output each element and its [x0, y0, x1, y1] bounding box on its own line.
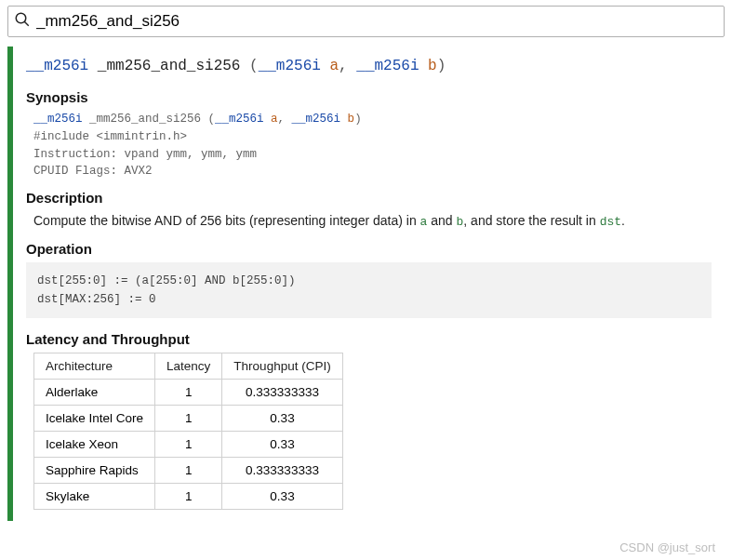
- table-row: Icelake Intel Core10.33: [34, 405, 343, 431]
- col-architecture: Architecture: [34, 353, 155, 379]
- cell-throughput: 0.33: [222, 405, 342, 431]
- cell-arch: Icelake Xeon: [34, 431, 155, 457]
- include-line: #include <immintrin.h>: [33, 128, 712, 146]
- table-header-row: Architecture Latency Throughput (CPI): [34, 353, 343, 379]
- cell-arch: Skylake: [34, 483, 155, 509]
- cell-throughput: 0.333333333: [222, 457, 342, 483]
- cell-throughput: 0.33: [222, 483, 342, 509]
- table-row: Icelake Xeon10.33: [34, 431, 343, 457]
- description-heading: Description: [26, 190, 712, 206]
- synopsis-heading: Synopsis: [26, 89, 712, 105]
- code-dst: dst: [600, 215, 621, 229]
- watermark: CSDN @just_sort: [619, 540, 715, 554]
- cell-latency: 1: [155, 483, 222, 509]
- cell-latency: 1: [155, 431, 222, 457]
- return-type: __m256i: [26, 58, 88, 74]
- svg-line-1: [24, 21, 29, 26]
- table-row: Skylake10.33: [34, 483, 343, 509]
- cell-latency: 1: [155, 457, 222, 483]
- function-name: _mm256_and_si256: [98, 58, 241, 74]
- description-text: Compute the bitwise AND of 256 bits (rep…: [33, 211, 712, 232]
- table-row: Sapphire Rapids10.333333333: [34, 457, 343, 483]
- cell-arch: Icelake Intel Core: [34, 405, 155, 431]
- instruction-line: Instruction: vpand ymm, ymm, ymm: [33, 146, 712, 164]
- col-throughput: Throughput (CPI): [222, 353, 342, 379]
- latency-table: Architecture Latency Throughput (CPI) Al…: [33, 353, 343, 510]
- operation-block: dst[255:0] := (a[255:0] AND b[255:0]) ds…: [26, 262, 712, 318]
- cell-latency: 1: [155, 405, 222, 431]
- function-signature: __m256i _mm256_and_si256 (__m256i a, __m…: [26, 58, 712, 74]
- latency-heading: Latency and Throughput: [26, 331, 712, 347]
- synopsis-block: __m256i _mm256_and_si256 (__m256i a, __m…: [33, 111, 712, 180]
- cell-throughput: 0.33: [222, 431, 342, 457]
- table-row: Alderlake10.333333333: [34, 379, 343, 405]
- search-bar[interactable]: [7, 6, 725, 37]
- cell-latency: 1: [155, 379, 222, 405]
- intrinsic-detail: __m256i _mm256_and_si256 (__m256i a, __m…: [7, 47, 725, 521]
- svg-point-0: [16, 13, 26, 23]
- search-input[interactable]: [36, 12, 718, 31]
- col-latency: Latency: [155, 353, 222, 379]
- cell-arch: Alderlake: [34, 379, 155, 405]
- operation-heading: Operation: [26, 241, 712, 257]
- cell-throughput: 0.333333333: [222, 379, 342, 405]
- cpuid-line: CPUID Flags: AVX2: [33, 163, 712, 180]
- search-icon: [14, 11, 31, 32]
- cell-arch: Sapphire Rapids: [34, 457, 155, 483]
